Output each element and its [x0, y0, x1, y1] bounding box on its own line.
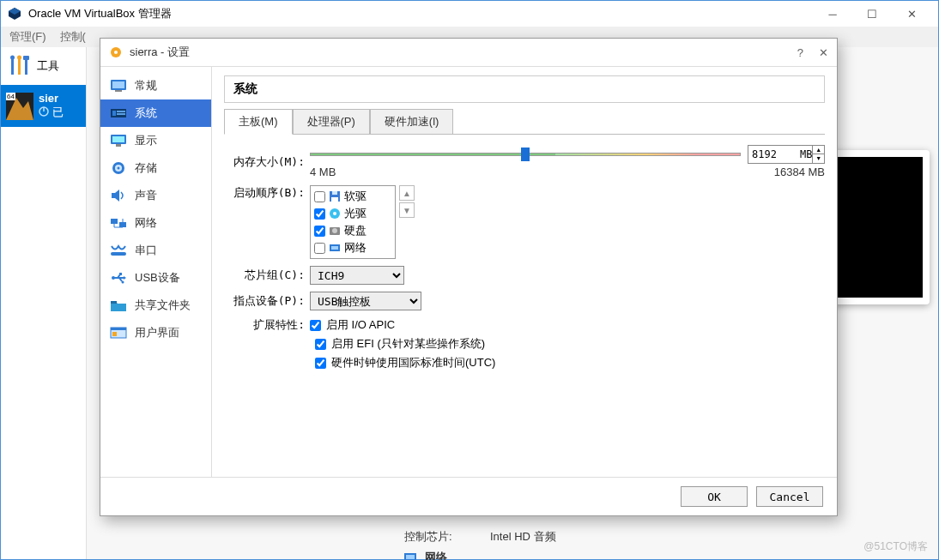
gear-icon: [109, 45, 123, 59]
main-window-title: Oracle VM VirtualBox 管理器: [28, 6, 813, 21]
menu-admin[interactable]: 管理(F): [4, 27, 51, 46]
svg-rect-45: [112, 332, 117, 336]
cat-system[interactable]: 系统: [100, 99, 211, 127]
boot-item-hdd[interactable]: 硬盘: [312, 222, 393, 239]
ext-efi-check[interactable]: [315, 339, 326, 350]
memory-label: 内存大小(M):: [224, 154, 310, 170]
ext-utc[interactable]: 硬件时钟使用国际标准时间(UTC): [315, 355, 825, 370]
boot-order-row: 启动顺序(B): 软驱 光驱 硬盘: [224, 185, 825, 259]
memory-input[interactable]: [748, 148, 800, 160]
boot-check-hdd[interactable]: [314, 226, 325, 237]
memory-stepper[interactable]: ▲▼: [812, 146, 824, 163]
vm-item-sierra[interactable]: 64 sier 已: [1, 85, 86, 127]
floppy-icon: [329, 190, 341, 202]
boot-order-arrows: ▲ ▼: [399, 185, 415, 218]
pointer-select[interactable]: USB触控板: [310, 292, 421, 310]
detail-value: Intel HD 音频: [490, 529, 556, 545]
tab-processor[interactable]: 处理器(P): [293, 109, 370, 135]
ext-ioapic[interactable]: 启用 I/O APIC: [310, 317, 395, 333]
virtualbox-app-icon: [8, 7, 21, 21]
boot-item-network[interactable]: 网络: [312, 239, 393, 256]
svg-rect-16: [112, 81, 124, 88]
cat-network[interactable]: 网络: [100, 209, 211, 237]
settings-content: 系统 主板(M) 处理器(P) 硬件加速(l) 内存大小(M):: [212, 67, 837, 477]
cat-storage[interactable]: 存储: [100, 154, 211, 182]
audio-icon: [109, 188, 128, 203]
system-icon: [109, 105, 128, 121]
boot-order-list[interactable]: 软驱 光驱 硬盘 网络: [310, 185, 396, 259]
cat-serial[interactable]: 串口: [100, 237, 211, 264]
close-button[interactable]: ✕: [892, 1, 931, 27]
minimize-button[interactable]: ─: [813, 1, 852, 27]
net-icon: [329, 242, 341, 254]
cat-usb[interactable]: USB设备: [100, 264, 211, 292]
ext-utc-check[interactable]: [315, 358, 326, 369]
memory-spinbox[interactable]: MB ▲▼: [748, 145, 825, 164]
network-icon: [109, 215, 128, 231]
svg-rect-42: [111, 301, 117, 304]
hdd-icon: [329, 225, 341, 237]
disc-icon: [329, 208, 341, 220]
chipset-select[interactable]: ICH9: [310, 266, 404, 285]
tab-motherboard[interactable]: 主板(M): [224, 109, 293, 135]
svg-rect-29: [111, 219, 118, 224]
svg-marker-28: [112, 190, 119, 202]
svg-rect-44: [111, 328, 126, 330]
svg-rect-2: [11, 57, 14, 75]
boot-check-network[interactable]: [314, 243, 325, 254]
boot-item-floppy[interactable]: 软驱: [312, 188, 393, 205]
maximize-button[interactable]: ☐: [852, 1, 892, 27]
vm-thumbnail: 64: [6, 93, 33, 120]
ok-button[interactable]: OK: [681, 486, 748, 507]
dialog-title: sierra - 设置: [130, 45, 797, 60]
svg-point-14: [114, 51, 118, 54]
svg-rect-54: [331, 246, 338, 250]
svg-point-50: [333, 212, 336, 215]
settings-category-list: 常规 系统 显示 存储 声音 网络: [100, 67, 212, 477]
memory-ruler: 4 MB 16384 MB: [310, 166, 825, 178]
svg-rect-19: [112, 111, 116, 116]
svg-rect-47: [332, 191, 337, 195]
svg-point-27: [118, 167, 120, 170]
menu-control[interactable]: 控制(: [55, 27, 91, 46]
serial-icon: [109, 243, 128, 258]
memory-slider-thumb[interactable]: [521, 148, 530, 161]
svg-point-52: [332, 228, 337, 233]
boot-check-optical[interactable]: [314, 208, 325, 220]
memory-slider[interactable]: [310, 148, 741, 161]
boot-check-floppy[interactable]: [314, 191, 325, 202]
boot-move-up[interactable]: ▲: [399, 185, 415, 201]
svg-point-5: [10, 56, 15, 60]
svg-rect-7: [23, 56, 29, 60]
settings-dialog: sierra - 设置 ? ✕ 常规 系统 显示 存储: [100, 38, 838, 516]
cat-general[interactable]: 常规: [100, 72, 211, 99]
display-icon: [109, 133, 128, 148]
detail-network-header: 网络: [404, 550, 447, 560]
shared-folder-icon: [109, 298, 128, 313]
network-header-icon: [404, 551, 418, 561]
ui-icon: [109, 325, 128, 340]
dialog-close-button[interactable]: ✕: [819, 46, 828, 59]
tools-button[interactable]: 工具: [1, 47, 86, 85]
dialog-titlebar: sierra - 设置 ? ✕: [100, 39, 837, 66]
cat-shared[interactable]: 共享文件夹: [100, 292, 211, 319]
tab-acceleration[interactable]: 硬件加速(l): [370, 109, 454, 135]
vm-list-pane: 工具 64 sier 已: [1, 47, 87, 559]
svg-rect-12: [406, 555, 415, 559]
cat-audio[interactable]: 声音: [100, 182, 211, 209]
ext-ioapic-check[interactable]: [310, 320, 321, 331]
boot-move-down[interactable]: ▼: [399, 202, 415, 218]
boot-item-optical[interactable]: 光驱: [312, 205, 393, 222]
storage-icon: [109, 160, 128, 176]
svg-rect-17: [115, 90, 122, 92]
cat-display[interactable]: 显示: [100, 127, 211, 154]
section-title-box: 系统: [224, 75, 825, 103]
dialog-help-button[interactable]: ?: [797, 46, 803, 59]
cancel-button[interactable]: Cancel: [756, 486, 823, 507]
svg-marker-8: [6, 98, 33, 120]
detail-control-chip: 控制芯片: Intel HD 音频: [404, 529, 556, 545]
dialog-buttons: OK Cancel: [100, 477, 837, 515]
cat-ui[interactable]: 用户界面: [100, 319, 211, 346]
boot-order-label: 启动顺序(B):: [224, 185, 310, 201]
ext-efi[interactable]: 启用 EFI (只针对某些操作系统): [315, 336, 825, 352]
